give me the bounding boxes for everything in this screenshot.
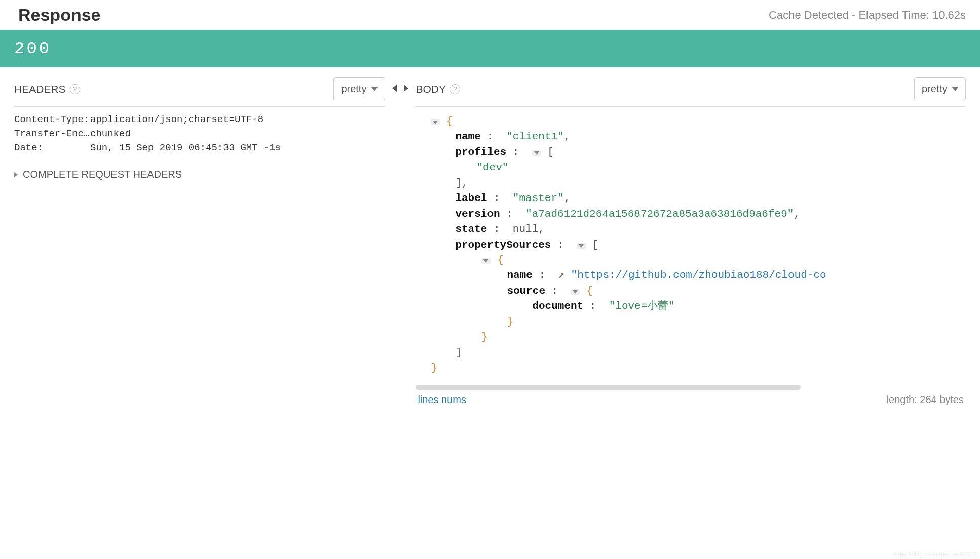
header-value: Sun, 15 Sep 2019 06:45:33 GMT -1s <box>90 142 385 153</box>
horizontal-scrollbar[interactable] <box>416 385 801 390</box>
header-row: Date: Sun, 15 Sep 2019 06:45:33 GMT -1s <box>14 142 385 153</box>
headers-panel: HEADERS ? pretty Content-Type: applicati… <box>14 77 385 406</box>
help-icon[interactable]: ? <box>70 84 80 94</box>
collapse-toggle[interactable] <box>481 258 491 264</box>
collapse-toggle[interactable] <box>532 150 541 156</box>
header-value: application/json;charset=UTF-8 <box>90 114 385 125</box>
json-body: { name : "client1", profiles : [ "dev" ]… <box>416 114 966 376</box>
header-value: chunked <box>90 128 385 139</box>
header-row: Transfer-Enc… chunked <box>14 128 385 139</box>
help-icon[interactable]: ? <box>450 84 460 94</box>
collapse-toggle[interactable] <box>577 243 586 249</box>
headers-list: Content-Type: application/json;charset=U… <box>14 114 385 153</box>
header-key: Content-Type: <box>14 114 90 125</box>
body-format-select[interactable]: pretty <box>914 77 966 100</box>
headers-label: HEADERS <box>14 83 66 95</box>
url-link[interactable]: "https://github.com/zhoubiao188/cloud-co <box>571 269 826 281</box>
collapse-left-icon[interactable] <box>392 85 397 92</box>
status-code: 200 <box>14 39 51 58</box>
collapse-toggle[interactable] <box>431 119 440 125</box>
chevron-down-icon <box>483 259 488 263</box>
body-format-value: pretty <box>922 83 947 95</box>
header-row: Content-Type: application/json;charset=U… <box>14 114 385 125</box>
page-title: Response <box>18 5 101 25</box>
chevron-down-icon <box>952 87 958 91</box>
cache-info: Cache Detected - Elapsed Time: 10.62s <box>769 9 966 22</box>
chevron-down-icon <box>433 121 438 124</box>
collapse-toggle[interactable] <box>571 289 580 295</box>
chevron-down-icon <box>579 244 584 248</box>
chevron-right-icon <box>14 172 18 177</box>
headers-format-select[interactable]: pretty <box>333 77 385 100</box>
time-delta: -1s <box>263 142 281 153</box>
chevron-down-icon <box>534 151 539 155</box>
collapse-right-icon[interactable] <box>404 85 408 92</box>
header-key: Date: <box>14 142 90 153</box>
chevron-down-icon <box>573 290 578 294</box>
chevron-down-icon <box>371 87 378 91</box>
body-label: BODY <box>416 83 446 95</box>
header-key: Transfer-Enc… <box>14 128 90 139</box>
lines-nums-link[interactable]: lines nums <box>418 394 466 406</box>
status-bar: 200 <box>0 30 980 67</box>
body-length: length: 264 bytes <box>887 394 964 406</box>
external-link-icon[interactable]: ↗ <box>558 269 564 281</box>
complete-request-headers-toggle[interactable]: COMPLETE REQUEST HEADERS <box>14 169 385 180</box>
headers-format-value: pretty <box>341 83 366 95</box>
body-panel: BODY ? pretty { name : "client1", profil… <box>416 77 966 406</box>
